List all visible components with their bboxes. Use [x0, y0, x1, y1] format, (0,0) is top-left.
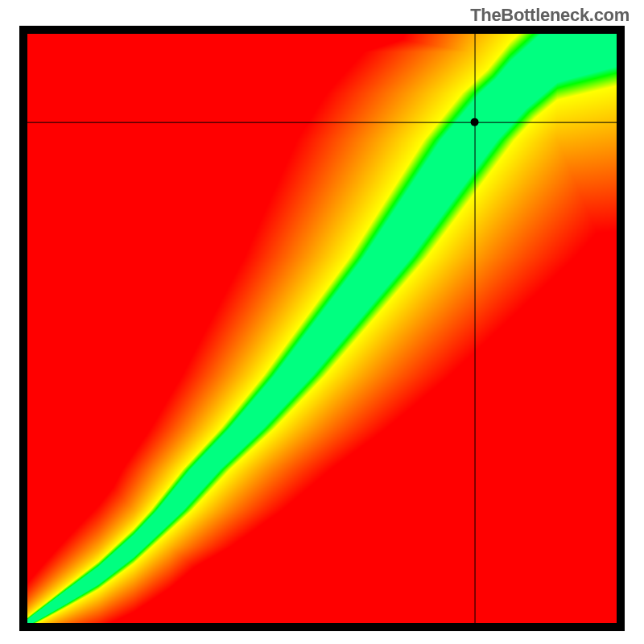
watermark: TheBottleneck.com [470, 5, 630, 26]
plot-frame [19, 26, 625, 631]
bottleneck-heatmap [27, 34, 617, 623]
